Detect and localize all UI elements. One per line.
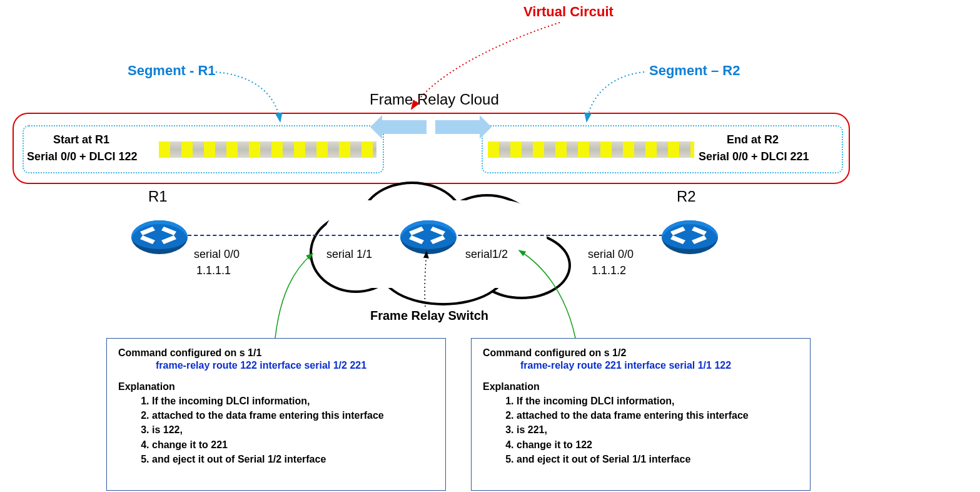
svg-marker-3 bbox=[161, 235, 176, 244]
virtual-circuit-title: Virtual Circuit bbox=[523, 4, 614, 20]
cmdbox-left-hdr: Command configured on s 1/1 bbox=[118, 347, 434, 359]
cmdbox-right-exphdr: Explanation bbox=[483, 381, 799, 392]
router-r1-name: R1 bbox=[148, 188, 168, 205]
svg-marker-1 bbox=[161, 227, 176, 235]
diagram-stage: Virtual Circuit Segment - R1 Segment – R… bbox=[0, 0, 980, 492]
frame-relay-cloud-title: Frame Relay Cloud bbox=[370, 91, 499, 108]
segment-r2-line1: End at R2 bbox=[727, 133, 779, 146]
svg-marker-0 bbox=[140, 227, 155, 235]
list-item: change it to 122 bbox=[517, 438, 799, 452]
list-item: and eject it out of Serial 1/1 interface bbox=[517, 452, 799, 466]
cmdbox-right-hdr: Command configured on s 1/2 bbox=[483, 347, 799, 359]
list-item: is 122, bbox=[152, 423, 434, 437]
svg-marker-9 bbox=[692, 227, 707, 235]
cmdbox-left: Command configured on s 1/1 frame-relay … bbox=[106, 338, 446, 491]
cmdbox-left-list: If the incoming DLCI information, attach… bbox=[152, 394, 434, 466]
list-item: is 221, bbox=[517, 423, 799, 437]
segment-r1-line2: Serial 0/0 + DLCI 122 bbox=[27, 150, 138, 163]
svg-marker-10 bbox=[670, 235, 685, 244]
svg-marker-12 bbox=[409, 227, 424, 235]
svg-marker-11 bbox=[692, 235, 707, 244]
svg-marker-13 bbox=[430, 227, 445, 235]
segment-r1-line1: Start at R1 bbox=[53, 133, 109, 146]
segment-r2-title: Segment – R2 bbox=[649, 63, 740, 79]
list-item: If the incoming DLCI information, bbox=[152, 394, 434, 408]
r2-iface: serial 0/0 bbox=[588, 248, 634, 261]
router-r1-icon bbox=[131, 220, 188, 254]
bidirectional-arrow-icon bbox=[381, 120, 480, 134]
cmdbox-left-exphdr: Explanation bbox=[118, 381, 434, 392]
svg-marker-14 bbox=[409, 235, 424, 244]
r2-ip: 1.1.1.2 bbox=[592, 264, 626, 277]
list-item: attached to the data frame entering this… bbox=[152, 408, 434, 423]
router-r2-icon bbox=[662, 220, 718, 254]
cmdbox-right-list: If the incoming DLCI information, attach… bbox=[517, 394, 799, 466]
cmdbox-left-cmd: frame-relay route 122 interface serial 1… bbox=[156, 360, 434, 371]
router-r2-name: R2 bbox=[677, 188, 696, 205]
frame-relay-switch-icon-top bbox=[400, 220, 457, 254]
r1-iface: serial 0/0 bbox=[194, 248, 240, 261]
frame-relay-switch-label: Frame Relay Switch bbox=[370, 309, 488, 323]
segment-r2-pipe bbox=[488, 141, 694, 158]
list-item: attached to the data frame entering this… bbox=[517, 408, 799, 423]
frswitch-right-iface: serial1/2 bbox=[465, 248, 508, 261]
segment-r2-line2: Serial 0/0 + DLCI 221 bbox=[699, 150, 809, 163]
list-item: change it to 221 bbox=[152, 438, 434, 452]
segment-r1-pipe bbox=[159, 141, 376, 158]
svg-marker-8 bbox=[670, 227, 685, 235]
list-item: If the incoming DLCI information, bbox=[517, 394, 799, 408]
cmdbox-right: Command configured on s 1/2 frame-relay … bbox=[471, 338, 811, 491]
svg-marker-15 bbox=[430, 235, 445, 244]
cmdbox-right-cmd: frame-relay route 221 interface serial 1… bbox=[520, 360, 799, 371]
frswitch-left-iface: serial 1/1 bbox=[326, 248, 372, 261]
list-item: and eject it out of Serial 1/2 interface bbox=[152, 452, 434, 466]
r1-ip: 1.1.1.1 bbox=[196, 264, 231, 277]
svg-marker-2 bbox=[140, 235, 155, 244]
segment-r1-title: Segment - R1 bbox=[128, 63, 216, 79]
